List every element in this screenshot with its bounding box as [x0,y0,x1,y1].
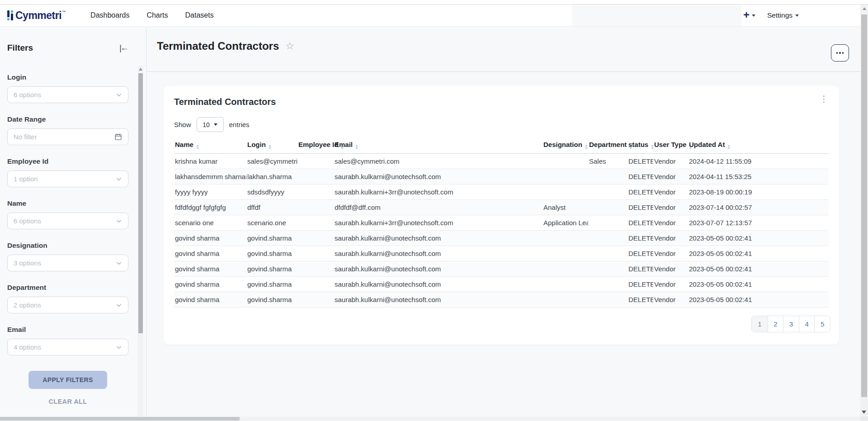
page-more-options-button[interactable] [831,44,849,61]
placeholder-text: 2 options [14,301,41,309]
cell-login: lakhan.sharma [246,169,297,184]
cell-login: govind.sharma [246,292,297,307]
entries-control: Show 10 entries [174,117,250,132]
filter-group-employee-id: Employee Id1 option [7,157,128,187]
navbar-actions: + Settings [743,5,799,26]
page-button-2[interactable]: 2 [768,316,783,332]
contractors-table: NameLoginEmployee IdEmailDesignationDepa… [174,137,829,307]
cell-name: govind sharma [174,277,246,292]
date-range-input[interactable]: No filter [7,128,128,145]
cell-email: dfdfdf@dff.com [334,200,542,215]
cell-email: saurabh.kulkarni+3rr@unotechsoft.com [334,184,542,200]
filter-label-name: Name [7,199,128,208]
collapse-sidebar-icon[interactable]: |← [119,43,134,53]
column-header-login[interactable]: Login [246,137,297,154]
filter-select-department[interactable]: 2 options [7,297,128,313]
window-top-strip [0,0,868,5]
trademark-symbol: ™ [62,10,66,14]
filter-group-name: Name6 options [7,199,128,229]
navbar-spacer [572,5,741,26]
placeholder-text: 4 options [14,343,41,351]
page-button-5[interactable]: 5 [814,316,830,332]
cell-updated-at: 2024-04-11 15:53:25 [688,169,829,184]
cell-email: saurabh.kulkarni@unotechsoft.com [334,292,542,307]
filter-select-name[interactable]: 6 options [7,213,128,229]
sort-up-arrow [651,145,654,147]
sort-up-arrow [269,145,271,147]
sidebar-scrollbar-up-arrow[interactable] [139,68,142,71]
cell-designation [542,154,588,169]
column-label: Employee Id [298,141,338,148]
cell-department [588,215,627,231]
column-header-email[interactable]: Email [334,137,542,154]
filter-select-login[interactable]: 6 options [7,86,128,103]
column-header-user-type[interactable]: User Type [653,137,688,154]
cell-employee-id [297,292,334,307]
page-button-3[interactable]: 3 [783,316,799,332]
page-size-select[interactable]: 10 [197,117,224,132]
page-button-4[interactable]: 4 [799,316,815,332]
entries-label: entries [229,121,250,128]
cell-department [588,169,627,184]
filter-select-employee-id[interactable]: 1 option [7,170,128,187]
favorite-star-icon[interactable]: ☆ [285,40,294,52]
cell-updated-at: 2023-05-05 00:02:41 [688,277,829,292]
column-header-updated-at[interactable]: Updated At [688,137,829,154]
cell-status: DELETE [627,200,653,215]
sort-up-arrow [355,145,358,147]
column-header-designation[interactable]: Designation [542,137,588,154]
nav-item-charts[interactable]: Charts [146,11,168,19]
sort-down-arrow [651,147,654,149]
cell-login: scenario.one [246,215,297,231]
filters-sidebar: Filters |← Login6 optionsDate RangeNo fi… [0,27,146,416]
table-header-row: NameLoginEmployee IdEmailDesignationDepa… [174,137,829,154]
window-scrollbar-up-arrow[interactable] [863,7,866,10]
cell-login: govind.sharma [246,277,297,292]
cell-email: saurabh.kulkarni@unotechsoft.com [334,169,542,184]
column-label: Email [335,141,353,148]
settings-menu-button[interactable]: Settings [767,11,799,19]
page-button-1[interactable]: 1 [752,316,768,332]
filter-select-designation[interactable]: 3 options [7,255,128,271]
sidebar-scrollbar-thumb[interactable] [138,73,143,333]
settings-label: Settings [767,11,793,19]
pagination: 12345 [751,316,830,332]
column-header-status[interactable]: status [627,137,653,154]
cell-name: scenario one [174,215,246,231]
column-label: status [628,141,648,148]
cell-employee-id [297,215,334,231]
cell-name: fdfdfdggf fgfgfgfg [174,200,246,215]
cell-updated-at: 2023-05-05 00:02:41 [688,261,829,277]
sort-down-arrow [269,147,271,149]
cell-designation [542,292,588,307]
cell-name: govind sharma [174,231,246,246]
scrollbar-corner [860,416,868,421]
column-header-department[interactable]: Department [588,137,627,154]
apply-filters-button[interactable]: APPLY FILTERS [28,371,107,389]
app-logo[interactable]: Cymmetri ™ [7,9,66,22]
cell-designation [542,277,588,292]
card-kebab-menu-icon[interactable]: ⋮ [820,94,828,104]
cell-name: lakhansdemmm sharnammmm [174,169,246,184]
filter-group-email: Email4 options [7,326,128,355]
filters-list: Login6 optionsDate RangeNo filterEmploye… [7,73,128,368]
column-header-name[interactable]: Name [174,137,246,154]
cell-user-type: Vendor [653,184,688,200]
terminated-contractors-card: Terminated Contractors ⋮ Show 10 entries… [164,86,839,345]
column-label: Login [247,141,266,148]
column-header-employee-id[interactable]: Employee Id [297,137,334,154]
window-scrollbar-thumb[interactable] [861,14,867,397]
top-navbar: Cymmetri ™ DashboardsChartsDatasets + Se… [0,5,868,27]
table-row: govind sharmagovind.sharmasaurabh.kulkar… [174,231,829,246]
window-scrollbar-down-arrow[interactable] [862,411,866,414]
clear-all-button[interactable]: CLEAR ALL [0,398,136,405]
horizontal-scrollbar-thumb[interactable] [0,417,240,421]
filter-select-email[interactable]: 4 options [7,339,128,355]
nav-item-datasets[interactable]: Datasets [185,11,214,19]
nav-item-dashboards[interactable]: Dashboards [90,11,129,19]
table-row: govind sharmagovind.sharmasaurabh.kulkar… [174,292,829,307]
cell-designation: Application Lead [542,215,588,231]
sort-icon [727,145,730,149]
sort-icon [651,145,654,149]
add-menu-button[interactable]: + [743,10,755,21]
